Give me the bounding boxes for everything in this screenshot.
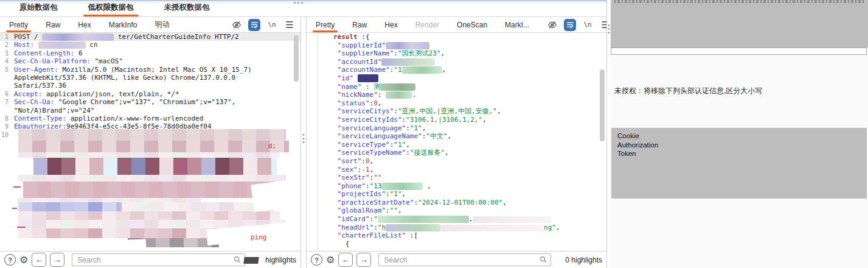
redaction-blur [38, 41, 86, 49]
tab-pretty[interactable]: Pretty [315, 18, 335, 32]
request-scrollbar-thumb[interactable] [294, 35, 299, 82]
code-line: "sexStr":"" [307, 174, 606, 182]
next-match-button[interactable]: → [356, 253, 371, 267]
hide-eye-off-icon[interactable] [546, 19, 558, 31]
mosaic-redaction [33, 158, 277, 175]
code-line: 8Content-Type: application/x-www-form-ur… [0, 115, 300, 122]
splitter-handle[interactable] [303, 134, 305, 143]
tab-raw[interactable]: Raw [352, 18, 367, 32]
highlights-count: highlights [249, 256, 296, 264]
headers-input-field[interactable] [611, 48, 867, 55]
residual-text-fragment: ping [251, 233, 267, 241]
panel-splitter[interactable] [300, 17, 307, 268]
code-line: 4Sec-Ch-Ua-Platform: "macOS" [0, 57, 300, 65]
response-panel: Pretty Raw Hex Render OneScan MarkI... \… [307, 17, 606, 268]
tab-markinfo-truncated[interactable]: MarkI... [504, 18, 530, 32]
code-line: "serviceCityIds":"3106,1,|3106,1,2,", [307, 116, 606, 124]
tab-pretty[interactable]: Pretty [9, 18, 29, 32]
code-line: 2Host: cn [0, 41, 300, 49]
search-icon [234, 256, 241, 263]
code-line: "idCard":", [307, 215, 606, 224]
gutter-divider [318, 33, 318, 251]
word-wrap-icon[interactable] [248, 19, 260, 31]
tab-raw[interactable]: Raw [45, 18, 61, 32]
prev-match-button[interactable]: ← [338, 253, 353, 267]
original-headers-box[interactable] [611, 0, 868, 48]
auth-header-item: Cookie [617, 132, 867, 141]
tab-low-privilege-packet[interactable]: 低权限数据包 [87, 2, 135, 16]
residual-mark [17, 227, 26, 228]
tab-onescan[interactable]: OneScan [456, 18, 488, 32]
packet-tab-bar: 原始数据包 低权限数据包 未授权数据包 [0, 4, 606, 17]
auth-headers-list-box[interactable]: Cookie Authorization Token [611, 128, 867, 199]
code-line: Safari/537.36 [0, 82, 300, 90]
response-scrollbar-thumb[interactable] [600, 69, 605, 141]
mosaic-redaction [18, 202, 122, 211]
code-line: "globalRoam":"", [307, 206, 606, 215]
redaction-blur [402, 66, 442, 74]
residual-text-fragment: d; [268, 142, 276, 150]
redaction-blur [380, 83, 415, 91]
tab-unauthorized-packet[interactable]: 未授权数据包 [163, 2, 211, 16]
code-line: "sex":-1, [307, 166, 606, 174]
gear-icon[interactable]: ⚙ [19, 255, 28, 265]
response-bottom-bar: ? ⚙ ← → 0 highlights [307, 251, 606, 268]
request-view-tabs: Pretty Raw Hex MarkInfo 明动 \n ☰ [0, 17, 300, 33]
code-line: "charterFileList" :[ [307, 231, 606, 240]
code-line: "supplierId" [307, 41, 606, 50]
next-match-button[interactable]: → [50, 253, 64, 267]
gear-icon[interactable]: ⚙ [326, 255, 335, 265]
word-wrap-icon[interactable] [564, 19, 576, 31]
redaction-blur [42, 34, 114, 41]
request-panel: Pretty Raw Hex MarkInfo 明动 \n ☰ 1POST / … [0, 17, 300, 268]
tab-original-packet[interactable]: 原始数据包 [18, 2, 59, 16]
newline-toggle-icon[interactable]: \n [266, 19, 278, 31]
request-editor[interactable]: 1POST / ter/GetCharterGuideInfo HTTP/22H… [0, 33, 300, 251]
help-icon[interactable]: ? [4, 254, 16, 266]
code-line: AppleWebKit/537.36 (KHTML, like Gecko) C… [0, 74, 300, 82]
mosaic-redaction [122, 202, 274, 211]
tab-hex[interactable]: Hex [384, 18, 398, 32]
help-icon[interactable]: ? [311, 254, 322, 266]
code-line: "supplierName":"国长测试23", [307, 49, 606, 58]
response-editor[interactable]: result :{ "supplierId" "supplierName":"国… [307, 33, 606, 251]
code-line: "status":0, [307, 99, 606, 108]
hide-eye-off-icon[interactable] [231, 19, 243, 31]
tab-hex[interactable]: Hex [77, 18, 91, 32]
redaction-blur [440, 225, 544, 231]
mosaic-redaction [18, 198, 201, 202]
tab-mingdong[interactable]: 明动 [154, 16, 170, 33]
mosaic-redaction [18, 152, 280, 158]
mosaic-redaction [18, 175, 286, 182]
redaction-blur [358, 74, 378, 82]
auth-header-item: Token [617, 149, 867, 158]
search-input[interactable] [378, 253, 551, 266]
code-line: "headUrl":"hng", [307, 224, 606, 232]
prev-match-button[interactable]: ← [32, 253, 46, 267]
mosaic-redaction [23, 182, 279, 198]
code-line: 1POST / ter/GetCharterGuideInfo HTTP/2 [0, 33, 300, 41]
code-line: "accountName":"1, [307, 66, 606, 74]
request-search [72, 253, 245, 266]
white-overlay [24, 239, 146, 251]
unauthorized-config-panel: 未授权：将移除下列头部认证信息,区分大小写 Cookie Authorizati… [610, 0, 868, 268]
redaction-blur [473, 216, 552, 223]
search-input[interactable] [72, 253, 245, 266]
code-line: "Not/A)Brand";v="24" [0, 107, 300, 115]
redaction-smudge [243, 257, 259, 264]
code-line: { [307, 240, 606, 249]
code-line: 5User-Agent: Mozilla/5.0 (Macintosh; Int… [0, 66, 300, 74]
code-line: "serviceType":"1", [307, 141, 606, 149]
response-view-tabs: Pretty Raw Hex Render OneScan MarkI... \… [307, 17, 606, 33]
redaction-blur [378, 216, 469, 223]
redaction-blur [381, 183, 423, 190]
tab-markinfo[interactable]: MarkInfo [108, 18, 138, 32]
mosaic-redaction [18, 141, 289, 152]
tab-render[interactable]: Render [415, 18, 440, 32]
code-line: "name" : 测 [307, 83, 606, 91]
menu-icon[interactable]: ☰ [283, 19, 296, 31]
code-line: 6Accept: application/json, text/plain, *… [0, 90, 300, 98]
newline-toggle-icon[interactable]: \n [582, 19, 594, 31]
code-line: "serviceCitys":"亚洲,中国,|亚洲,中国,安徽,", [307, 107, 606, 116]
code-line: "phone":"13 , [307, 182, 606, 191]
